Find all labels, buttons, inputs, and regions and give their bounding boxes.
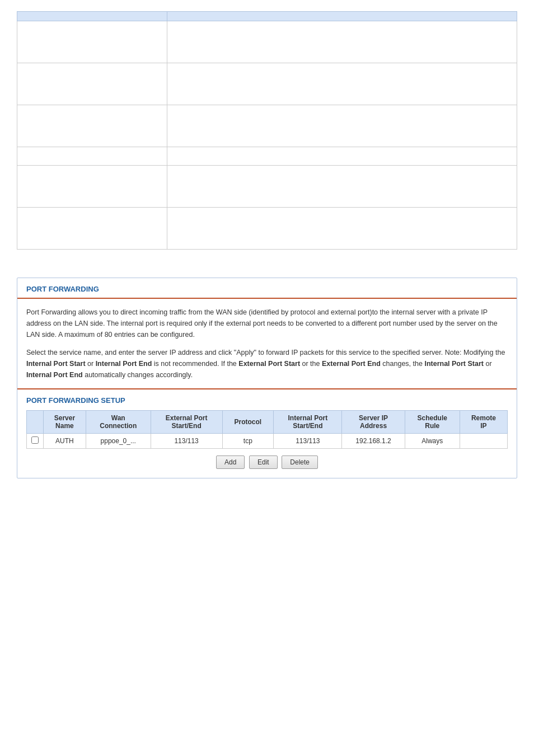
col-header-external-port: External PortStart/End bbox=[151, 411, 222, 434]
cell-schedule: Always bbox=[405, 434, 460, 449]
row5-left bbox=[17, 166, 167, 208]
desc2-b4: External Port End bbox=[322, 360, 381, 368]
col-header-remote-ip: RemoteIP bbox=[460, 411, 507, 434]
col-header-internal-port: Internal PortStart/End bbox=[274, 411, 342, 434]
desc2-b6: Internal Port End bbox=[26, 371, 83, 379]
desc2-mid1: or bbox=[86, 360, 96, 368]
row2-left bbox=[17, 63, 167, 105]
row-checkbox[interactable] bbox=[31, 436, 39, 444]
row1-left bbox=[17, 21, 167, 63]
edit-button[interactable]: Edit bbox=[249, 456, 278, 469]
top-table bbox=[17, 11, 517, 250]
table-row: AUTHpppoe_0_...113/113tcp113/113192.168.… bbox=[27, 434, 508, 449]
cell-internal-port: 113/113 bbox=[274, 434, 342, 449]
row3-left bbox=[17, 105, 167, 147]
col-header-checkbox bbox=[27, 411, 44, 434]
cell-wan-connection: pppoe_0_... bbox=[86, 434, 151, 449]
table-row bbox=[17, 63, 517, 105]
row6-left bbox=[17, 208, 167, 250]
description-paragraph-2: Select the service name, and enter the s… bbox=[26, 347, 508, 381]
desc2-b3: External Port Start bbox=[238, 360, 300, 368]
col-header-server-ip: Server IPAddress bbox=[342, 411, 405, 434]
port-forwarding-table: ServerName WanConnection External PortSt… bbox=[26, 410, 508, 449]
desc2-mid3: or the bbox=[300, 360, 322, 368]
col-header-server-name: ServerName bbox=[44, 411, 86, 434]
table-row bbox=[17, 21, 517, 63]
cell-server-name: AUTH bbox=[44, 434, 86, 449]
top-section bbox=[0, 0, 534, 266]
port-forwarding-section: PORT FORWARDING Port Forwarding allows y… bbox=[17, 278, 517, 478]
delete-button[interactable]: Delete bbox=[282, 456, 318, 469]
desc2-mid4: changes, the bbox=[381, 360, 425, 368]
row5-right bbox=[167, 166, 517, 208]
table-row bbox=[17, 105, 517, 147]
table-row bbox=[17, 166, 517, 208]
setup-title: PORT FORWARDING SETUP bbox=[26, 396, 508, 405]
add-button[interactable]: Add bbox=[216, 456, 245, 469]
row3-right bbox=[167, 105, 517, 147]
desc2-b5: Internal Port Start bbox=[424, 360, 484, 368]
desc2-suffix: automatically changes accordingly. bbox=[83, 371, 193, 379]
button-row: Add Edit Delete bbox=[26, 456, 508, 469]
cell-server-ip: 192.168.1.2 bbox=[342, 434, 405, 449]
table-row bbox=[17, 147, 517, 166]
desc2-b1: Internal Port Start bbox=[26, 360, 86, 368]
desc2-mid2: is not recommended. If the bbox=[152, 360, 238, 368]
row6-right bbox=[167, 208, 517, 250]
cell-protocol: tcp bbox=[222, 434, 274, 449]
row4-right bbox=[167, 147, 517, 166]
col-header-schedule: ScheduleRule bbox=[405, 411, 460, 434]
row4-left bbox=[17, 147, 167, 166]
top-table-header-left bbox=[17, 12, 167, 21]
cell-external-port: 113/113 bbox=[151, 434, 222, 449]
col-header-protocol: Protocol bbox=[222, 411, 274, 434]
desc2-mid5: or bbox=[484, 360, 492, 368]
port-forwarding-description: Port Forwarding allows you to direct inc… bbox=[17, 299, 517, 388]
description-paragraph-1: Port Forwarding allows you to direct inc… bbox=[26, 307, 508, 340]
desc2-b2: Internal Port End bbox=[96, 360, 152, 368]
table-row bbox=[17, 208, 517, 250]
port-forwarding-setup: PORT FORWARDING SETUP ServerName WanConn… bbox=[17, 388, 517, 478]
top-table-header-right bbox=[167, 12, 517, 21]
col-header-wan-connection: WanConnection bbox=[86, 411, 151, 434]
row1-right bbox=[167, 21, 517, 63]
row-checkbox-cell[interactable] bbox=[27, 434, 44, 449]
cell-remote-ip bbox=[460, 434, 507, 449]
row2-right bbox=[167, 63, 517, 105]
port-forwarding-title: PORT FORWARDING bbox=[17, 278, 517, 299]
desc2-prefix: Select the service name, and enter the s… bbox=[26, 349, 505, 356]
